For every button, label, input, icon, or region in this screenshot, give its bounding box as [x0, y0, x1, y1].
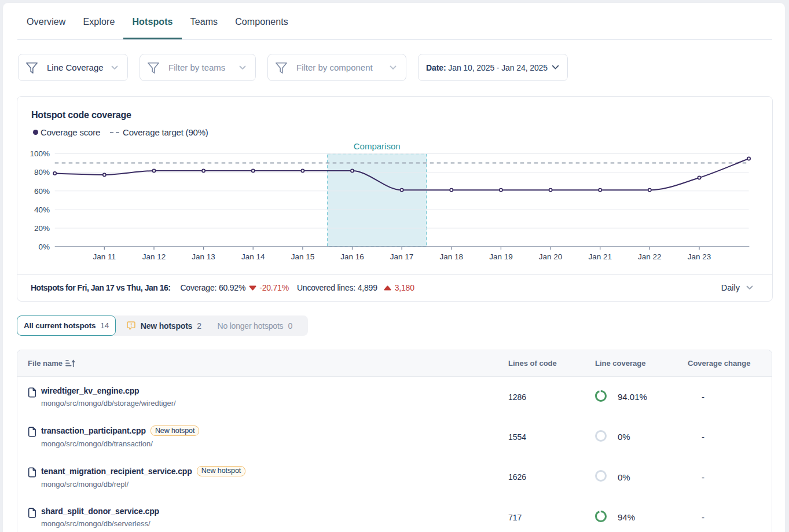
svg-text:60%: 60% — [34, 186, 50, 195]
svg-text:Jan 15: Jan 15 — [291, 252, 315, 261]
svg-text:40%: 40% — [34, 205, 50, 214]
svg-text:Comparison: Comparison — [354, 141, 401, 151]
svg-text:0%: 0% — [38, 243, 50, 251]
svg-text:Jan 21: Jan 21 — [588, 252, 612, 261]
svg-text:80%: 80% — [34, 168, 50, 177]
svg-text:Jan 20: Jan 20 — [539, 252, 563, 261]
svg-text:Jan 11: Jan 11 — [93, 252, 116, 261]
svg-text:Jan 16: Jan 16 — [340, 252, 364, 261]
svg-text:Jan 12: Jan 12 — [142, 252, 166, 261]
svg-text:Jan 18: Jan 18 — [440, 252, 464, 261]
svg-text:Jan 13: Jan 13 — [192, 252, 215, 261]
svg-text:100%: 100% — [30, 149, 50, 158]
svg-text:Jan 22: Jan 22 — [638, 252, 662, 261]
svg-text:20%: 20% — [34, 223, 50, 232]
svg-text:Jan 17: Jan 17 — [390, 252, 414, 261]
svg-text:Jan 14: Jan 14 — [241, 252, 265, 261]
svg-text:Jan 19: Jan 19 — [489, 252, 513, 261]
svg-text:Jan 23: Jan 23 — [688, 252, 711, 261]
